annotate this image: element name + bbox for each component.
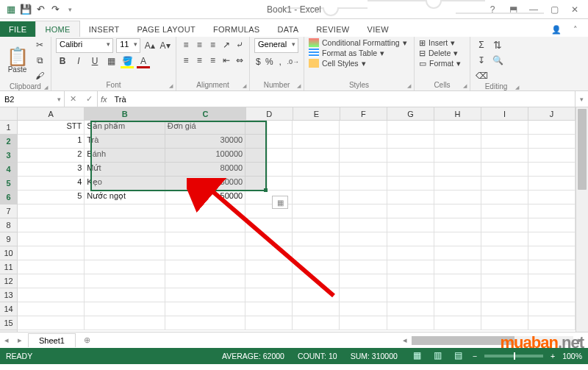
cell-styles-button[interactable]: Cell Styles ▾ — [309, 59, 409, 68]
cell[interactable] — [293, 121, 340, 134]
normal-view-icon[interactable]: ▦ — [411, 350, 424, 362]
underline-button[interactable]: U — [88, 54, 101, 68]
merge-center-icon[interactable]: ⇔ — [234, 54, 245, 67]
col-header-J[interactable]: J — [528, 107, 576, 120]
cell[interactable] — [340, 163, 387, 176]
cell[interactable] — [18, 274, 85, 288]
new-sheet-icon[interactable]: ⊕ — [80, 335, 95, 345]
cell[interactable] — [18, 260, 85, 274]
align-bottom-icon[interactable]: ≡ — [207, 38, 218, 51]
cell[interactable] — [245, 218, 293, 232]
cell[interactable] — [293, 316, 340, 330]
cell[interactable] — [387, 204, 434, 218]
copy-icon[interactable]: ⧉ — [33, 54, 46, 67]
cell[interactable] — [165, 288, 245, 302]
cell[interactable] — [528, 177, 576, 190]
cell[interactable]: 100000 — [165, 149, 245, 162]
cell[interactable] — [340, 246, 387, 260]
cell[interactable] — [165, 204, 245, 218]
cell[interactable] — [481, 177, 528, 190]
cell[interactable] — [293, 246, 340, 260]
page-layout-view-icon[interactable]: ▥ — [431, 350, 445, 362]
cell[interactable] — [293, 288, 340, 302]
cell[interactable] — [245, 302, 293, 316]
cell[interactable] — [387, 177, 434, 190]
cell[interactable] — [528, 260, 576, 274]
paste-options-icon[interactable]: ▦ — [272, 196, 288, 209]
cell[interactable] — [85, 260, 165, 274]
tab-scroll-right-icon[interactable]: ▸ — [13, 335, 26, 345]
cell[interactable]: 50000 — [165, 177, 245, 190]
hscroll-left-icon[interactable]: ◂ — [400, 335, 410, 345]
cell[interactable] — [293, 218, 340, 232]
cell[interactable] — [340, 260, 387, 274]
row-header-12[interactable]: 12 — [0, 274, 17, 288]
cut-icon[interactable]: ✂ — [33, 38, 46, 51]
save-icon[interactable]: 💾 — [19, 3, 32, 16]
align-left-icon[interactable]: ≡ — [181, 54, 191, 67]
percent-icon[interactable]: % — [265, 55, 273, 68]
cell[interactable] — [434, 204, 481, 218]
cell[interactable]: Sản phẩm — [85, 121, 165, 134]
row-header-2[interactable]: 2 — [0, 135, 17, 149]
cell[interactable] — [165, 232, 245, 246]
cell[interactable] — [481, 232, 528, 246]
cell[interactable] — [293, 302, 340, 316]
cell[interactable] — [18, 246, 85, 260]
cell[interactable] — [481, 163, 528, 176]
cell[interactable] — [165, 316, 245, 330]
cell[interactable] — [528, 149, 576, 162]
cell[interactable] — [481, 274, 528, 288]
cell[interactable] — [434, 246, 481, 260]
expand-formula-bar-icon[interactable]: ▾ — [575, 91, 588, 107]
cell[interactable] — [340, 135, 387, 148]
align-middle-icon[interactable]: ≡ — [194, 38, 204, 51]
cell[interactable] — [340, 149, 387, 162]
enter-formula-icon[interactable]: ✓ — [81, 94, 97, 104]
cancel-formula-icon[interactable]: ✕ — [65, 94, 81, 104]
cell[interactable] — [165, 260, 245, 274]
increase-font-icon[interactable]: A▴ — [143, 39, 156, 52]
cell[interactable] — [387, 316, 434, 330]
cell[interactable] — [387, 121, 434, 134]
cell[interactable] — [340, 288, 387, 302]
cell[interactable] — [293, 163, 340, 176]
cell[interactable] — [245, 177, 293, 190]
cell[interactable] — [387, 288, 434, 302]
col-header-E[interactable]: E — [293, 107, 340, 120]
name-box[interactable]: B2 — [0, 91, 65, 107]
tab-view[interactable]: VIEW — [359, 21, 398, 37]
cell[interactable] — [481, 246, 528, 260]
cell[interactable] — [245, 163, 293, 176]
cell[interactable]: Mứt — [85, 163, 165, 176]
italic-button[interactable]: I — [72, 54, 85, 68]
cell[interactable] — [481, 302, 528, 316]
col-header-I[interactable]: I — [481, 107, 528, 120]
col-header-H[interactable]: H — [434, 107, 481, 120]
find-select-icon[interactable]: 🔍 — [491, 54, 504, 67]
row-header-7[interactable]: 7 — [0, 204, 17, 218]
row-header-9[interactable]: 9 — [0, 232, 17, 246]
cell[interactable] — [340, 302, 387, 316]
tab-file[interactable]: FILE — [0, 21, 35, 37]
fill-icon[interactable]: ↧ — [475, 54, 488, 67]
zoom-slider[interactable] — [484, 355, 543, 357]
fill-color-icon[interactable]: 🪣 — [121, 54, 134, 68]
format-cells-button[interactable]: ▭ Format ▾ — [419, 59, 465, 68]
cell[interactable] — [18, 288, 85, 302]
cell[interactable] — [18, 316, 85, 330]
cell[interactable] — [434, 288, 481, 302]
cell[interactable] — [434, 274, 481, 288]
row-header-4[interactable]: 4 — [0, 163, 17, 177]
font-size-combo[interactable]: 11 — [116, 38, 140, 53]
cell[interactable] — [85, 204, 165, 218]
format-painter-icon[interactable]: 🖌 — [33, 69, 46, 82]
cell[interactable] — [18, 218, 85, 232]
row-header-1[interactable]: 1 — [0, 121, 17, 135]
conditional-formatting-button[interactable]: Conditional Formatting ▾ — [309, 38, 409, 47]
cell[interactable]: Kẹo — [85, 177, 165, 190]
row-header-14[interactable]: 14 — [0, 302, 17, 316]
cell[interactable] — [387, 149, 434, 162]
cell[interactable] — [528, 246, 576, 260]
cell[interactable] — [528, 163, 576, 176]
